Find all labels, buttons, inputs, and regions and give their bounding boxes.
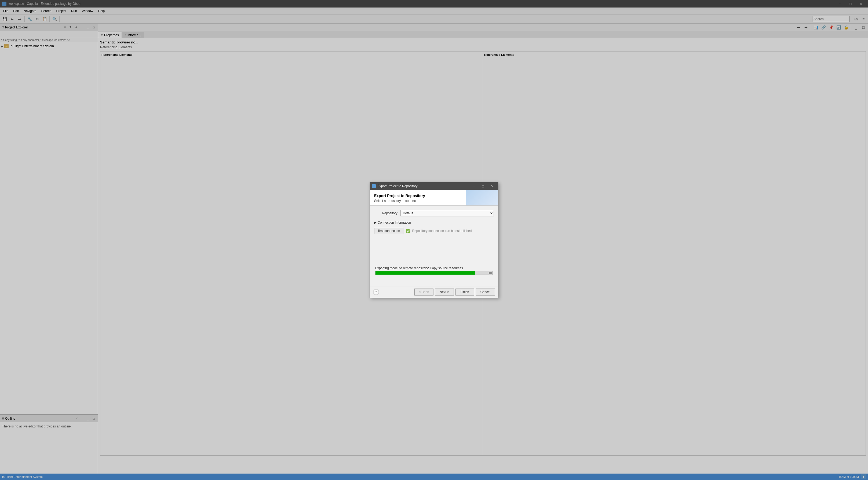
dialog-close-btn[interactable]: ✕ bbox=[489, 183, 496, 189]
dialog-titlebar: Export Project to Repository − □ ✕ bbox=[370, 182, 498, 190]
repository-row: Repository: Default bbox=[374, 210, 494, 216]
export-dialog: Export Project to Repository − □ ✕ Expor… bbox=[370, 182, 498, 298]
progress-stop-btn[interactable] bbox=[489, 272, 492, 274]
repository-label: Repository: bbox=[374, 211, 398, 215]
test-connection-btn[interactable]: Test connection bbox=[374, 228, 403, 234]
connection-status: ✅ Repository connection can be establish… bbox=[406, 229, 472, 233]
dialog-body: Repository: Default ▶ Connection Informa… bbox=[370, 206, 498, 286]
connection-info-label: Connection Information bbox=[378, 221, 411, 225]
repository-select[interactable]: Default bbox=[400, 210, 494, 216]
modal-overlay: Export Project to Repository − □ ✕ Expor… bbox=[0, 0, 868, 480]
next-button[interactable]: Next > bbox=[435, 288, 454, 296]
dialog-title: Export Project to Repository bbox=[377, 184, 469, 188]
dialog-header: Export Project to Repository Select a re… bbox=[370, 190, 498, 206]
finish-button[interactable]: Finish bbox=[456, 288, 474, 296]
progress-track bbox=[375, 271, 493, 275]
progress-bar bbox=[375, 271, 475, 275]
connection-info-section[interactable]: ▶ Connection Information bbox=[374, 219, 494, 226]
dialog-icon bbox=[372, 184, 376, 188]
progress-label: Exporting model to remote repository: Co… bbox=[375, 266, 493, 270]
expand-arrow-icon: ▶ bbox=[374, 221, 377, 225]
dialog-maximize-btn[interactable]: □ bbox=[479, 183, 487, 189]
dialog-footer: ? < Back Next > Finish Cancel bbox=[370, 286, 498, 298]
progress-area: Exporting model to remote repository: Co… bbox=[374, 266, 494, 275]
connection-status-text: Repository connection can be established bbox=[412, 229, 472, 233]
dialog-minimize-btn[interactable]: − bbox=[470, 183, 478, 189]
help-button[interactable]: ? bbox=[373, 289, 379, 295]
dialog-header-stripe bbox=[466, 190, 498, 206]
cancel-button[interactable]: Cancel bbox=[476, 288, 495, 296]
test-connection-row: Test connection ✅ Repository connection … bbox=[374, 228, 494, 234]
connection-ok-icon: ✅ bbox=[406, 229, 410, 233]
back-button[interactable]: < Back bbox=[414, 288, 433, 296]
